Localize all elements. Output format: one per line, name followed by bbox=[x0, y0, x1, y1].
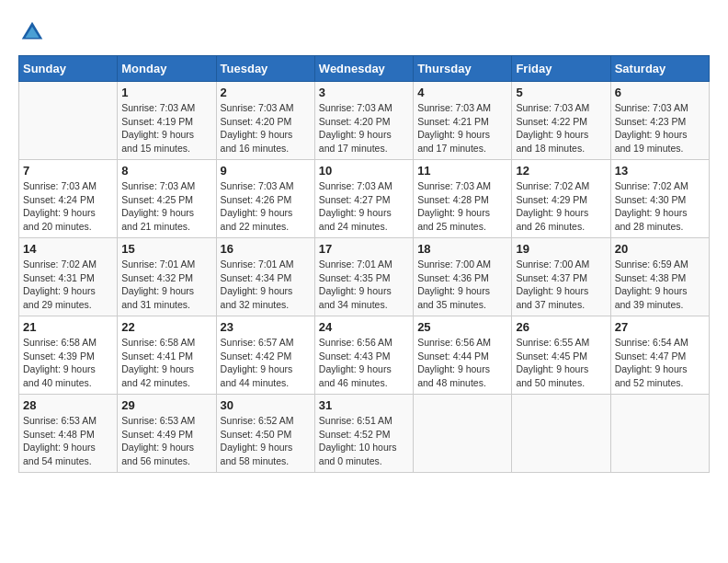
day-cell bbox=[414, 395, 512, 473]
day-info: Sunrise: 7:03 AMSunset: 4:22 PMDaylight:… bbox=[516, 101, 606, 155]
day-info: Sunrise: 6:58 AMSunset: 4:41 PMDaylight:… bbox=[121, 336, 211, 390]
weekday-header-row: SundayMondayTuesdayWednesdayThursdayFrid… bbox=[19, 56, 710, 82]
day-number: 2 bbox=[221, 86, 311, 99]
day-number: 17 bbox=[319, 242, 409, 256]
week-row-5: 28Sunrise: 6:53 AMSunset: 4:48 PMDayligh… bbox=[19, 395, 710, 473]
day-cell: 3Sunrise: 7:03 AMSunset: 4:20 PMDaylight… bbox=[314, 82, 413, 160]
day-cell bbox=[512, 395, 610, 473]
day-info: Sunrise: 7:03 AMSunset: 4:20 PMDaylight:… bbox=[221, 101, 311, 155]
day-info: Sunrise: 7:03 AMSunset: 4:23 PMDaylight:… bbox=[615, 101, 705, 155]
weekday-header-thursday: Thursday bbox=[414, 56, 512, 82]
day-info: Sunrise: 6:56 AMSunset: 4:44 PMDaylight:… bbox=[417, 336, 507, 390]
day-cell: 13Sunrise: 7:02 AMSunset: 4:30 PMDayligh… bbox=[610, 160, 709, 238]
day-cell bbox=[19, 82, 118, 160]
day-cell bbox=[610, 395, 709, 473]
day-info: Sunrise: 6:57 AMSunset: 4:42 PMDaylight:… bbox=[221, 336, 311, 390]
day-cell: 21Sunrise: 6:58 AMSunset: 4:39 PMDayligh… bbox=[19, 316, 118, 395]
day-cell: 9Sunrise: 7:03 AMSunset: 4:26 PMDaylight… bbox=[216, 160, 314, 238]
weekday-header-wednesday: Wednesday bbox=[314, 56, 413, 82]
day-info: Sunrise: 7:01 AMSunset: 4:35 PMDaylight:… bbox=[319, 258, 409, 312]
day-info: Sunrise: 6:53 AMSunset: 4:49 PMDaylight:… bbox=[121, 414, 211, 468]
day-info: Sunrise: 7:02 AMSunset: 4:31 PMDaylight:… bbox=[23, 258, 113, 312]
day-cell: 6Sunrise: 7:03 AMSunset: 4:23 PMDaylight… bbox=[610, 82, 709, 160]
day-cell: 23Sunrise: 6:57 AMSunset: 4:42 PMDayligh… bbox=[216, 316, 314, 395]
day-cell: 10Sunrise: 7:03 AMSunset: 4:27 PMDayligh… bbox=[314, 160, 413, 238]
day-cell: 26Sunrise: 6:55 AMSunset: 4:45 PMDayligh… bbox=[512, 316, 610, 395]
day-info: Sunrise: 7:03 AMSunset: 4:20 PMDaylight:… bbox=[319, 101, 409, 155]
day-info: Sunrise: 7:03 AMSunset: 4:21 PMDaylight:… bbox=[417, 101, 507, 155]
day-number: 16 bbox=[221, 242, 311, 256]
day-cell: 29Sunrise: 6:53 AMSunset: 4:49 PMDayligh… bbox=[118, 395, 216, 473]
day-info: Sunrise: 6:53 AMSunset: 4:48 PMDaylight:… bbox=[23, 414, 113, 468]
week-row-2: 7Sunrise: 7:03 AMSunset: 4:24 PMDaylight… bbox=[19, 160, 710, 238]
day-number: 19 bbox=[516, 242, 606, 256]
day-cell: 11Sunrise: 7:03 AMSunset: 4:28 PMDayligh… bbox=[414, 160, 512, 238]
day-cell: 1Sunrise: 7:03 AMSunset: 4:19 PMDaylight… bbox=[118, 82, 216, 160]
day-cell: 2Sunrise: 7:03 AMSunset: 4:20 PMDaylight… bbox=[216, 82, 314, 160]
day-cell: 22Sunrise: 6:58 AMSunset: 4:41 PMDayligh… bbox=[118, 316, 216, 395]
day-cell: 8Sunrise: 7:03 AMSunset: 4:25 PMDaylight… bbox=[118, 160, 216, 238]
weekday-header-monday: Monday bbox=[118, 56, 216, 82]
day-number: 31 bbox=[319, 398, 409, 412]
day-info: Sunrise: 7:03 AMSunset: 4:24 PMDaylight:… bbox=[23, 179, 113, 234]
day-number: 29 bbox=[121, 398, 211, 412]
day-info: Sunrise: 6:52 AMSunset: 4:50 PMDaylight:… bbox=[221, 414, 311, 468]
day-cell: 17Sunrise: 7:01 AMSunset: 4:35 PMDayligh… bbox=[314, 238, 413, 316]
day-number: 14 bbox=[23, 242, 113, 256]
day-cell: 24Sunrise: 6:56 AMSunset: 4:43 PMDayligh… bbox=[314, 316, 413, 395]
day-number: 25 bbox=[417, 320, 507, 334]
day-info: Sunrise: 7:03 AMSunset: 4:26 PMDaylight:… bbox=[221, 179, 311, 234]
day-info: Sunrise: 7:00 AMSunset: 4:36 PMDaylight:… bbox=[417, 258, 507, 312]
day-info: Sunrise: 7:01 AMSunset: 4:32 PMDaylight:… bbox=[121, 258, 211, 312]
day-number: 24 bbox=[319, 320, 409, 334]
day-info: Sunrise: 7:03 AMSunset: 4:27 PMDaylight:… bbox=[319, 179, 409, 234]
day-info: Sunrise: 7:02 AMSunset: 4:30 PMDaylight:… bbox=[615, 179, 705, 234]
day-cell: 19Sunrise: 7:00 AMSunset: 4:37 PMDayligh… bbox=[512, 238, 610, 316]
day-number: 23 bbox=[221, 320, 311, 334]
day-number: 28 bbox=[23, 398, 113, 412]
day-number: 10 bbox=[319, 164, 409, 178]
day-info: Sunrise: 7:02 AMSunset: 4:29 PMDaylight:… bbox=[516, 179, 606, 234]
day-cell: 27Sunrise: 6:54 AMSunset: 4:47 PMDayligh… bbox=[610, 316, 709, 395]
week-row-4: 21Sunrise: 6:58 AMSunset: 4:39 PMDayligh… bbox=[19, 316, 710, 395]
week-row-1: 1Sunrise: 7:03 AMSunset: 4:19 PMDaylight… bbox=[19, 82, 710, 160]
day-number: 4 bbox=[417, 86, 507, 99]
day-number: 3 bbox=[319, 86, 409, 99]
day-number: 11 bbox=[417, 164, 507, 178]
day-number: 1 bbox=[121, 86, 211, 99]
day-number: 21 bbox=[23, 320, 113, 334]
day-cell: 4Sunrise: 7:03 AMSunset: 4:21 PMDaylight… bbox=[414, 82, 512, 160]
day-cell: 25Sunrise: 6:56 AMSunset: 4:44 PMDayligh… bbox=[414, 316, 512, 395]
day-info: Sunrise: 6:56 AMSunset: 4:43 PMDaylight:… bbox=[319, 336, 409, 390]
day-info: Sunrise: 6:59 AMSunset: 4:38 PMDaylight:… bbox=[615, 258, 705, 312]
day-number: 20 bbox=[615, 242, 705, 256]
day-number: 26 bbox=[516, 320, 606, 334]
day-info: Sunrise: 7:03 AMSunset: 4:28 PMDaylight:… bbox=[417, 179, 507, 234]
day-cell: 20Sunrise: 6:59 AMSunset: 4:38 PMDayligh… bbox=[610, 238, 709, 316]
day-number: 12 bbox=[516, 164, 606, 178]
day-info: Sunrise: 6:54 AMSunset: 4:47 PMDaylight:… bbox=[615, 336, 705, 390]
day-cell: 28Sunrise: 6:53 AMSunset: 4:48 PMDayligh… bbox=[19, 395, 118, 473]
day-number: 7 bbox=[23, 164, 113, 178]
day-info: Sunrise: 7:03 AMSunset: 4:25 PMDaylight:… bbox=[121, 179, 211, 234]
day-cell: 7Sunrise: 7:03 AMSunset: 4:24 PMDaylight… bbox=[19, 160, 118, 238]
day-info: Sunrise: 6:55 AMSunset: 4:45 PMDaylight:… bbox=[516, 336, 606, 390]
day-info: Sunrise: 6:58 AMSunset: 4:39 PMDaylight:… bbox=[23, 336, 113, 390]
logo bbox=[18, 18, 50, 46]
day-cell: 14Sunrise: 7:02 AMSunset: 4:31 PMDayligh… bbox=[19, 238, 118, 316]
weekday-header-sunday: Sunday bbox=[19, 56, 118, 82]
day-number: 22 bbox=[121, 320, 211, 334]
weekday-header-saturday: Saturday bbox=[610, 56, 709, 82]
weekday-header-friday: Friday bbox=[512, 56, 610, 82]
day-cell: 30Sunrise: 6:52 AMSunset: 4:50 PMDayligh… bbox=[216, 395, 314, 473]
day-number: 15 bbox=[121, 242, 211, 256]
day-number: 13 bbox=[615, 164, 705, 178]
day-info: Sunrise: 7:03 AMSunset: 4:19 PMDaylight:… bbox=[121, 101, 211, 155]
day-cell: 18Sunrise: 7:00 AMSunset: 4:36 PMDayligh… bbox=[414, 238, 512, 316]
day-cell: 5Sunrise: 7:03 AMSunset: 4:22 PMDaylight… bbox=[512, 82, 610, 160]
calendar-table: SundayMondayTuesdayWednesdayThursdayFrid… bbox=[18, 55, 710, 473]
day-info: Sunrise: 6:51 AMSunset: 4:52 PMDaylight:… bbox=[319, 414, 409, 468]
day-number: 5 bbox=[516, 86, 606, 99]
week-row-3: 14Sunrise: 7:02 AMSunset: 4:31 PMDayligh… bbox=[19, 238, 710, 316]
day-cell: 15Sunrise: 7:01 AMSunset: 4:32 PMDayligh… bbox=[118, 238, 216, 316]
